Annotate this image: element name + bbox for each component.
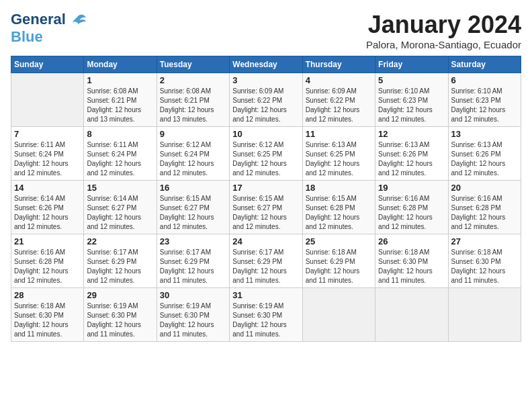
day-number: 2: [160, 75, 226, 85]
calendar-cell: 29Sunrise: 6:19 AM Sunset: 6:30 PM Dayli…: [84, 288, 157, 342]
day-number: 30: [160, 290, 226, 300]
day-info: Sunrise: 6:13 AM Sunset: 6:26 PM Dayligh…: [451, 140, 518, 178]
location: Palora, Morona-Santiago, Ecuador: [366, 39, 521, 50]
day-info: Sunrise: 6:08 AM Sunset: 6:21 PM Dayligh…: [160, 87, 226, 124]
day-number: 10: [232, 129, 299, 139]
day-number: 21: [14, 236, 81, 246]
calendar-cell: 20Sunrise: 6:16 AM Sunset: 6:28 PM Dayli…: [448, 181, 521, 234]
weekday-wednesday: Wednesday: [230, 56, 302, 73]
day-number: 7: [14, 129, 81, 139]
calendar-cell: [302, 288, 375, 342]
calendar-cell: 24Sunrise: 6:17 AM Sunset: 6:29 PM Dayli…: [230, 234, 302, 288]
day-number: 8: [87, 129, 153, 139]
day-number: 11: [306, 129, 372, 139]
day-number: 9: [160, 129, 226, 139]
day-number: 1: [87, 75, 153, 85]
day-number: 25: [306, 236, 372, 246]
weekday-friday: Friday: [375, 56, 448, 73]
weekday-monday: Monday: [84, 56, 157, 73]
calendar-cell: 2Sunrise: 6:08 AM Sunset: 6:21 PM Daylig…: [157, 73, 229, 127]
day-info: Sunrise: 6:18 AM Sunset: 6:30 PM Dayligh…: [14, 302, 81, 339]
calendar-cell: 8Sunrise: 6:11 AM Sunset: 6:24 PM Daylig…: [84, 127, 157, 181]
day-number: 22: [87, 236, 153, 246]
day-info: Sunrise: 6:12 AM Sunset: 6:25 PM Dayligh…: [232, 140, 299, 178]
calendar-week-row: 21Sunrise: 6:16 AM Sunset: 6:28 PM Dayli…: [11, 234, 521, 288]
day-info: Sunrise: 6:17 AM Sunset: 6:29 PM Dayligh…: [87, 248, 153, 285]
day-info: Sunrise: 6:11 AM Sunset: 6:24 PM Dayligh…: [87, 140, 153, 178]
day-number: 17: [232, 183, 299, 193]
day-info: Sunrise: 6:10 AM Sunset: 6:23 PM Dayligh…: [451, 87, 518, 124]
day-info: Sunrise: 6:14 AM Sunset: 6:27 PM Dayligh…: [87, 194, 153, 232]
day-number: 20: [451, 183, 518, 193]
day-number: 3: [232, 75, 299, 85]
calendar-cell: 18Sunrise: 6:15 AM Sunset: 6:28 PM Dayli…: [302, 181, 375, 234]
logo: General Blue: [11, 11, 87, 46]
day-number: 5: [378, 75, 445, 85]
day-number: 18: [306, 183, 372, 193]
day-info: Sunrise: 6:11 AM Sunset: 6:24 PM Dayligh…: [14, 140, 81, 178]
day-info: Sunrise: 6:13 AM Sunset: 6:25 PM Dayligh…: [306, 140, 372, 178]
day-info: Sunrise: 6:09 AM Sunset: 6:22 PM Dayligh…: [306, 87, 372, 124]
calendar-cell: 21Sunrise: 6:16 AM Sunset: 6:28 PM Dayli…: [11, 234, 84, 288]
month-title: January 2024: [366, 11, 521, 39]
day-info: Sunrise: 6:14 AM Sunset: 6:26 PM Dayligh…: [14, 194, 81, 232]
day-info: Sunrise: 6:19 AM Sunset: 6:30 PM Dayligh…: [87, 302, 153, 339]
day-info: Sunrise: 6:18 AM Sunset: 6:29 PM Dayligh…: [306, 248, 372, 285]
logo-bird-icon: [69, 12, 87, 31]
calendar-cell: 4Sunrise: 6:09 AM Sunset: 6:22 PM Daylig…: [302, 73, 375, 127]
day-info: Sunrise: 6:19 AM Sunset: 6:30 PM Dayligh…: [160, 302, 226, 339]
day-info: Sunrise: 6:17 AM Sunset: 6:29 PM Dayligh…: [160, 248, 226, 285]
calendar-cell: 11Sunrise: 6:13 AM Sunset: 6:25 PM Dayli…: [302, 127, 375, 181]
day-number: 27: [451, 236, 518, 246]
weekday-header-row: SundayMondayTuesdayWednesdayThursdayFrid…: [11, 56, 521, 73]
weekday-thursday: Thursday: [302, 56, 375, 73]
day-number: 15: [87, 183, 153, 193]
day-info: Sunrise: 6:12 AM Sunset: 6:24 PM Dayligh…: [160, 140, 226, 178]
calendar-cell: 19Sunrise: 6:16 AM Sunset: 6:28 PM Dayli…: [375, 181, 448, 234]
calendar-cell: 12Sunrise: 6:13 AM Sunset: 6:26 PM Dayli…: [375, 127, 448, 181]
calendar-cell: 31Sunrise: 6:19 AM Sunset: 6:30 PM Dayli…: [230, 288, 302, 342]
day-info: Sunrise: 6:18 AM Sunset: 6:30 PM Dayligh…: [451, 248, 518, 285]
calendar-cell: 25Sunrise: 6:18 AM Sunset: 6:29 PM Dayli…: [302, 234, 375, 288]
day-number: 13: [451, 129, 518, 139]
day-number: 29: [87, 290, 153, 300]
calendar-cell: [11, 73, 84, 127]
day-number: 26: [378, 236, 445, 246]
calendar-cell: 26Sunrise: 6:18 AM Sunset: 6:30 PM Dayli…: [375, 234, 448, 288]
logo-blue-text: Blue: [11, 28, 43, 46]
calendar-cell: 17Sunrise: 6:15 AM Sunset: 6:27 PM Dayli…: [230, 181, 302, 234]
day-info: Sunrise: 6:16 AM Sunset: 6:28 PM Dayligh…: [14, 248, 81, 285]
calendar-cell: [375, 288, 448, 342]
day-number: 31: [232, 290, 299, 300]
calendar-cell: 28Sunrise: 6:18 AM Sunset: 6:30 PM Dayli…: [11, 288, 84, 342]
day-info: Sunrise: 6:15 AM Sunset: 6:27 PM Dayligh…: [232, 194, 299, 232]
calendar-week-row: 7Sunrise: 6:11 AM Sunset: 6:24 PM Daylig…: [11, 127, 521, 181]
day-info: Sunrise: 6:16 AM Sunset: 6:28 PM Dayligh…: [378, 194, 445, 232]
calendar-cell: [448, 288, 521, 342]
day-info: Sunrise: 6:16 AM Sunset: 6:28 PM Dayligh…: [451, 194, 518, 232]
calendar-cell: 9Sunrise: 6:12 AM Sunset: 6:24 PM Daylig…: [157, 127, 229, 181]
day-number: 28: [14, 290, 81, 300]
day-number: 12: [378, 129, 445, 139]
calendar-cell: 23Sunrise: 6:17 AM Sunset: 6:29 PM Dayli…: [157, 234, 229, 288]
weekday-tuesday: Tuesday: [157, 56, 229, 73]
calendar-cell: 6Sunrise: 6:10 AM Sunset: 6:23 PM Daylig…: [448, 73, 521, 127]
day-number: 24: [232, 236, 299, 246]
calendar-cell: 22Sunrise: 6:17 AM Sunset: 6:29 PM Dayli…: [84, 234, 157, 288]
day-info: Sunrise: 6:19 AM Sunset: 6:30 PM Dayligh…: [232, 302, 299, 339]
calendar-cell: 5Sunrise: 6:10 AM Sunset: 6:23 PM Daylig…: [375, 73, 448, 127]
day-number: 4: [306, 75, 372, 85]
day-info: Sunrise: 6:09 AM Sunset: 6:22 PM Dayligh…: [232, 87, 299, 124]
day-number: 19: [378, 183, 445, 193]
day-info: Sunrise: 6:10 AM Sunset: 6:23 PM Dayligh…: [378, 87, 445, 124]
calendar-cell: 16Sunrise: 6:15 AM Sunset: 6:27 PM Dayli…: [157, 181, 229, 234]
calendar-week-row: 28Sunrise: 6:18 AM Sunset: 6:30 PM Dayli…: [11, 288, 521, 342]
calendar-cell: 13Sunrise: 6:13 AM Sunset: 6:26 PM Dayli…: [448, 127, 521, 181]
weekday-saturday: Saturday: [448, 56, 521, 73]
day-info: Sunrise: 6:15 AM Sunset: 6:27 PM Dayligh…: [160, 194, 226, 232]
title-section: January 2024 Palora, Morona-Santiago, Ec…: [366, 11, 521, 50]
calendar-table: SundayMondayTuesdayWednesdayThursdayFrid…: [11, 56, 521, 342]
calendar-cell: 27Sunrise: 6:18 AM Sunset: 6:30 PM Dayli…: [448, 234, 521, 288]
day-number: 16: [160, 183, 226, 193]
day-number: 14: [14, 183, 81, 193]
